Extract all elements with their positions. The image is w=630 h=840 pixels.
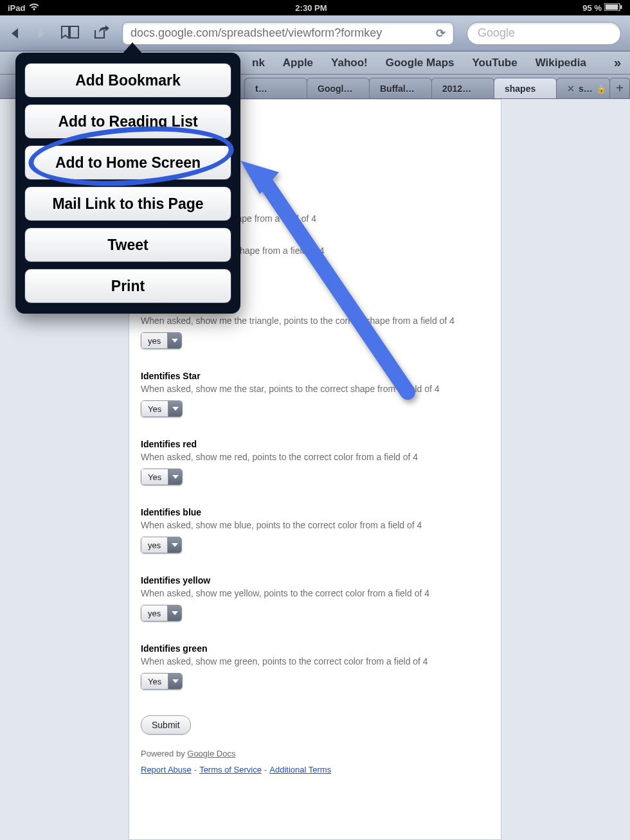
lock-icon: 🔒 <box>597 84 606 93</box>
svg-rect-2 <box>620 5 622 9</box>
bookmark-item[interactable]: Google Maps <box>386 57 455 69</box>
back-button[interactable] <box>9 27 22 40</box>
select-dropdown[interactable]: Yes <box>141 400 183 417</box>
browser-toolbar: docs.google.com/spreadsheet/viewform?for… <box>0 15 630 51</box>
chevron-down-icon <box>167 605 181 621</box>
bookmarks-overflow-icon[interactable]: » <box>614 55 621 70</box>
close-icon[interactable]: ✕ <box>567 84 575 94</box>
tab[interactable]: ✕ s… 🔒 <box>556 78 610 98</box>
search-placeholder: Google <box>478 26 515 40</box>
footer-link[interactable]: Report Abuse <box>141 765 192 774</box>
question-help: When asked, show me red, points to the c… <box>141 452 492 462</box>
menu-add-home-screen[interactable]: Add to Home Screen <box>24 145 231 180</box>
question-label: Identifies green <box>141 643 492 654</box>
select-dropdown[interactable]: Yes <box>141 673 183 690</box>
footer-links: Report Abuse-Terms of Service-Additional… <box>141 765 492 774</box>
svg-rect-1 <box>606 4 618 9</box>
tab[interactable]: t… <box>244 78 307 98</box>
question-help: When asked, show me the triangle, points… <box>141 316 492 326</box>
select-dropdown[interactable]: yes <box>141 537 182 553</box>
chevron-down-icon <box>167 333 181 348</box>
menu-print[interactable]: Print <box>24 269 231 303</box>
chevron-down-icon <box>168 401 182 416</box>
tab[interactable]: Buffal… <box>369 78 432 98</box>
menu-add-bookmark[interactable]: Add Bookmark <box>24 63 231 98</box>
wifi-icon <box>29 3 39 13</box>
form-question: Identifies blue When asked, show me blue… <box>138 507 492 553</box>
battery-percent: 95 % <box>582 3 602 13</box>
footer-link[interactable]: Additional Terms <box>269 765 331 774</box>
question-help: When asked, show me yellow, points to th… <box>141 588 492 598</box>
device-label: iPad <box>8 3 25 13</box>
select-dropdown[interactable]: Yes <box>141 469 183 485</box>
form-question: Identifies green When asked, show me gre… <box>138 643 492 690</box>
question-label: Identifies Star <box>141 371 492 381</box>
status-bar: iPad 2:30 PM 95 % <box>0 0 630 15</box>
question-help: When asked, show me green, points to the… <box>141 656 492 666</box>
question-label: Identifies blue <box>141 507 492 517</box>
chevron-down-icon <box>168 674 182 689</box>
question-label: Identifies red <box>141 439 492 449</box>
question-label: Identifies yellow <box>141 575 492 585</box>
bookmark-item[interactable]: Apple <box>283 57 313 69</box>
form-question: Identifies yellow When asked, show me ye… <box>138 575 492 621</box>
share-icon[interactable] <box>93 25 109 42</box>
chevron-down-icon <box>168 469 182 485</box>
forward-button[interactable] <box>35 27 48 40</box>
menu-mail-link[interactable]: Mail Link to this Page <box>24 186 231 221</box>
address-bar[interactable]: docs.google.com/spreadsheet/viewform?for… <box>122 22 454 45</box>
bookmark-item[interactable]: Wikipedia <box>536 57 586 69</box>
tab-active[interactable]: shapes <box>494 78 557 98</box>
google-docs-link[interactable]: Google Docs <box>187 749 235 758</box>
select-dropdown[interactable]: yes <box>141 332 182 349</box>
question-help: When asked, show me blue, points to the … <box>141 520 492 530</box>
bookmark-item[interactable]: YouTube <box>472 57 517 69</box>
tab[interactable]: 2012… <box>431 78 494 98</box>
search-field[interactable]: Google <box>467 22 621 45</box>
chevron-down-icon <box>167 537 181 553</box>
share-popover: Add Bookmark Add to Reading List Add to … <box>15 53 240 314</box>
select-dropdown[interactable]: yes <box>141 605 182 621</box>
submit-button[interactable]: Submit <box>141 715 191 735</box>
menu-tweet[interactable]: Tweet <box>24 228 231 262</box>
form-question: Identifies Star When asked, show me the … <box>138 371 492 417</box>
battery-icon <box>604 3 622 13</box>
powered-by: Powered by Google Docs <box>141 749 492 758</box>
bookmark-item[interactable]: nk <box>252 57 265 69</box>
form-question: Identifies red When asked, show me red, … <box>138 439 492 485</box>
url-text: docs.google.com/spreadsheet/viewform?for… <box>130 26 431 40</box>
new-tab-button[interactable]: + <box>609 78 630 98</box>
reload-icon[interactable]: ⟳ <box>436 26 446 40</box>
tab[interactable]: Googl… <box>307 78 370 98</box>
bookmark-item[interactable]: Yahoo! <box>331 57 368 69</box>
menu-add-reading-list[interactable]: Add to Reading List <box>24 104 231 139</box>
clock: 2:30 PM <box>39 3 582 13</box>
bookmarks-icon[interactable] <box>60 25 80 42</box>
question-help: When asked, show me the star, points to … <box>141 384 492 394</box>
footer-link[interactable]: Terms of Service <box>199 765 262 774</box>
